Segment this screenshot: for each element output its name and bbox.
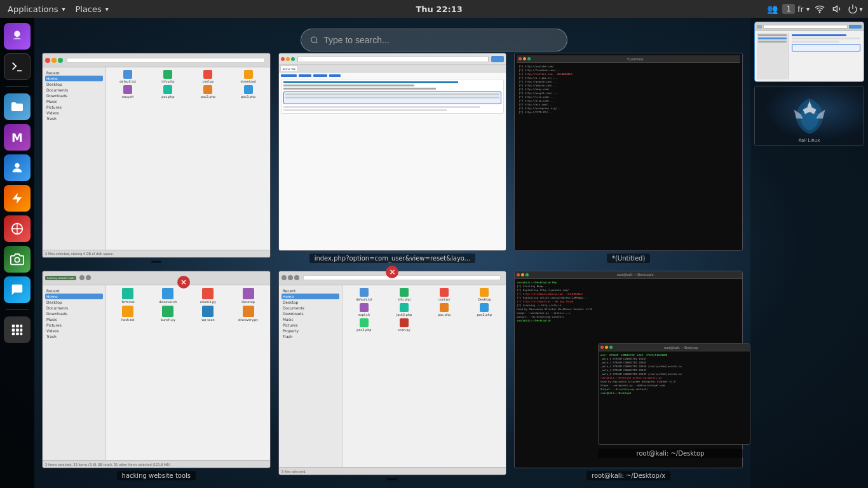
file-icon-5-5: [360, 303, 369, 312]
dock-icon-maltiverse[interactable]: M: [4, 124, 31, 151]
term-6-line-1: root@kali:~/Desktop/x# Map: [517, 281, 740, 284]
fm-file-4-2: discover.sh: [149, 288, 187, 304]
fm-file-5-4: Desktop: [465, 288, 503, 301]
window-label-5: [387, 478, 397, 480]
rt-sidebar: [757, 33, 789, 79]
window-preview-2[interactable]: Active Tab: [278, 53, 507, 251]
file-name-7: poc2.php: [201, 95, 215, 98]
power-icon[interactable]: [848, 1, 863, 17]
panel-right: 👥 1 fr: [764, 1, 865, 17]
volume-icon[interactable]: [830, 1, 845, 17]
window-label-2: index.php?option=com_user&view=reset&lay…: [309, 254, 476, 263]
rt-form: [792, 44, 861, 51]
col-last: LAST: [637, 353, 644, 356]
file-icon-5-10: [400, 318, 409, 327]
user-accounts-icon[interactable]: 👥: [764, 1, 780, 17]
fm-sidebar-4: Recent Home Desktop Documents Downloads …: [43, 285, 106, 461]
file-name-5-1: default.txt: [356, 297, 372, 301]
window-terminal-desktop[interactable]: root@kali: ~/Desktop user STREAM CONNECT…: [598, 343, 750, 470]
file-name-3: conf.py: [202, 79, 214, 83]
window-browser[interactable]: Active Tab: [278, 53, 507, 263]
svg-rect-18: [20, 333, 23, 336]
col-connected: CONNECTED: [621, 353, 635, 356]
term-7-prompt: root@kali:~/Desktop#: [600, 391, 748, 395]
window-preview-7[interactable]: root@kali: ~/Desktop user STREAM CONNECT…: [598, 343, 750, 445]
term-max-dot: [527, 57, 531, 60]
fm-sidebar-trash-4: Trash: [45, 334, 103, 339]
gnome-app-icon: [10, 29, 25, 44]
term-line-11: [*] http://msn.com/...: [519, 103, 738, 106]
file-icon-2: [163, 70, 172, 79]
file-icon-5-7: [440, 303, 449, 312]
dock-icon-camera[interactable]: [4, 246, 31, 273]
window-terminal-untitled[interactable]: *(Untitled) [*] http://youtube.com/ [*] …: [514, 53, 743, 263]
applications-menu[interactable]: Applications: [3, 0, 70, 18]
content-form: [283, 92, 502, 104]
min-dot: [51, 58, 57, 63]
file-name-5: easy.sh: [122, 95, 133, 98]
right-thumb-browser[interactable]: [754, 22, 864, 82]
term-7-row-prompt: root@kali:~/Desktop# python wordpress.py: [600, 376, 748, 379]
right-thumb-browser-bar: [755, 22, 864, 31]
content-line-1: [283, 81, 458, 83]
window-preview-1[interactable]: Recent Home Desktop Documents Downloads …: [42, 53, 271, 258]
close-button-5[interactable]: ×: [386, 266, 398, 278]
search-input[interactable]: [323, 35, 558, 45]
dock-icon-terminal[interactable]: [4, 53, 31, 80]
term-6-line-4: [+] http://allaboutcamping.com - VULNERA…: [517, 292, 740, 295]
fm-file-5-2: info.php: [385, 288, 423, 301]
language-selector[interactable]: fr: [797, 4, 810, 14]
term-preview-3: *(Untitled) [*] http://youtube.com/ [*] …: [515, 53, 742, 250]
fm-sidebar-videos: Videos: [45, 110, 103, 116]
close-button-4[interactable]: ×: [177, 276, 190, 288]
term-dot-min-7: [605, 346, 608, 349]
rt-sb-3: [758, 41, 787, 43]
dock-icon-burp[interactable]: [4, 185, 31, 212]
dock-icon-kali[interactable]: [4, 215, 31, 242]
maltiverse-letter: M: [11, 131, 23, 144]
rt-ct-2: [792, 37, 861, 39]
term-line-9: [*] http://live.com/...: [519, 95, 738, 98]
window-file-manager-5[interactable]: Recent Home Desktop Documents Downloads …: [278, 271, 507, 481]
window-preview-5[interactable]: Recent Home Desktop Documents Downloads …: [278, 271, 507, 476]
workspace-badge[interactable]: 1: [782, 4, 795, 14]
dock-icon-appgrid[interactable]: [4, 316, 31, 343]
wifi-icon[interactable]: [812, 1, 827, 17]
fm-file-4: download: [229, 70, 268, 83]
term-6-line-7: [*] Scanning -> http://slb.sk: [517, 304, 740, 307]
dock-icon-gnome[interactable]: [4, 23, 31, 50]
file-name-4-4: Desktop: [241, 300, 255, 304]
svg-rect-10: [12, 325, 15, 328]
right-thumb-kali[interactable]: Kali Linux: [754, 86, 864, 146]
window-preview-4[interactable]: hacking website tools Recent Home Deskto…: [42, 271, 271, 469]
form-field-2: [285, 97, 500, 98]
term-titlebar-3: *(Untitled): [517, 55, 740, 63]
fm-statusbar-5: 3 files selected.: [279, 467, 506, 475]
window-preview-3[interactable]: *(Untitled) [*] http://youtube.com/ [*] …: [514, 53, 743, 251]
search-bar: [301, 29, 567, 51]
file-icon-4-4: [243, 288, 254, 299]
browser-body: [279, 72, 506, 250]
places-menu[interactable]: Places: [70, 0, 113, 18]
folder-icon: [10, 99, 25, 114]
fm-sidebar-music-5: Music: [281, 316, 339, 322]
term-dot-min-6: [521, 273, 524, 276]
window-file-manager-1[interactable]: Recent Home Desktop Documents Downloads …: [42, 53, 271, 263]
term-6-line-6: [!] http://allaboutcar - No bug found: [517, 300, 740, 303]
file-name-1: default.txt: [119, 79, 136, 83]
fm-file-4-6: bunch.py: [149, 306, 187, 322]
dock-icon-files[interactable]: [4, 93, 31, 120]
fm-preview-1: Recent Home Desktop Documents Downloads …: [43, 53, 270, 257]
dock-icon-user[interactable]: [4, 154, 31, 181]
fm-sidebar-downloads-5: Downloads: [281, 311, 339, 316]
fm-sidebar-downloads-4: Downloads: [45, 311, 103, 316]
left-dock: M: [0, 18, 34, 488]
file-icon-3: [203, 70, 212, 79]
term-line-10: [*] http://bing.com/...: [519, 99, 738, 102]
fm-toolbar-1: [43, 53, 270, 67]
window-hacking-tools[interactable]: hacking website tools Recent Home Deskto…: [42, 271, 271, 481]
fm-sidebar-music-4: Music: [45, 316, 103, 322]
fm-main-1: default.txt info.php conf.py download ea…: [106, 67, 270, 250]
right-thumb-browser-content: [755, 22, 864, 81]
dock-icon-chat[interactable]: [4, 276, 31, 303]
